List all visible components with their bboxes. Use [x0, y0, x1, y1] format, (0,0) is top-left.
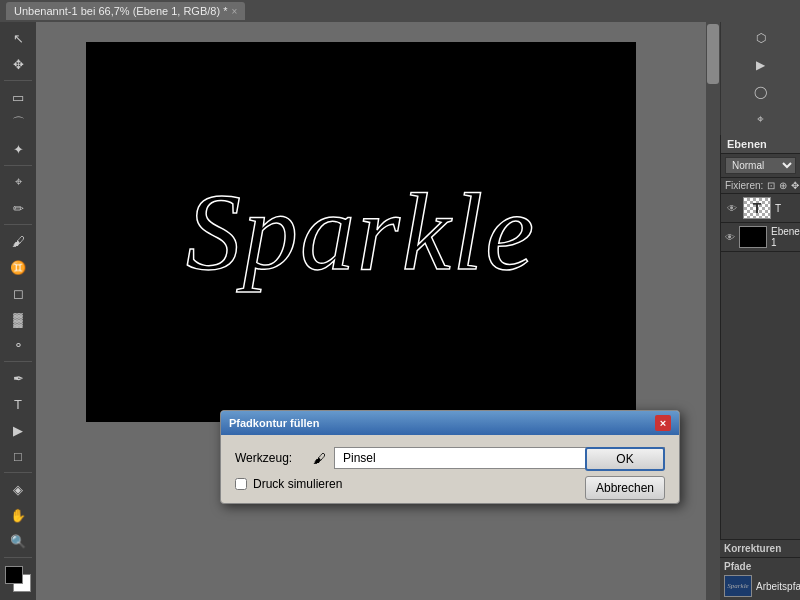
layer-thumb-text: T	[743, 197, 771, 219]
path-thumb-text: Sparkle	[727, 582, 748, 590]
tool-pen[interactable]: ✒	[6, 366, 30, 390]
dialog-titlebar: Pfadkontur füllen ×	[221, 411, 679, 435]
top-bar: Unbenannt-1 bei 66,7% (Ebene 1, RGB/8) *…	[0, 0, 800, 22]
tool-path-select[interactable]: ▶	[6, 418, 30, 442]
layer-item-ebene1[interactable]: 👁 Ebene 1	[721, 223, 800, 252]
druck-checkbox[interactable]	[235, 478, 247, 490]
layer-thumb-ebene1	[739, 226, 767, 248]
tab-label: Unbenannt-1 bei 66,7% (Ebene 1, RGB/8) *	[14, 5, 227, 17]
tool-eyedropper[interactable]: ✏	[6, 196, 30, 220]
werkzeug-label: Werkzeug:	[235, 451, 305, 465]
druck-label: Druck simulieren	[253, 477, 342, 491]
tool-dodge[interactable]: ⚬	[6, 333, 30, 357]
ok-button[interactable]: OK	[585, 447, 665, 471]
path-label: Arbeitspfad	[756, 581, 800, 592]
fixieren-label: Fixieren:	[725, 180, 763, 191]
path-thumb: Sparkle	[724, 575, 752, 597]
left-toolbar: ↖ ✥ ▭ ⌒ ✦ ⌖ ✏ 🖌 ♊ ◻ ▓ ⚬ ✒ T ▶ □ ◈ ✋ 🔍	[0, 22, 36, 600]
werkzeug-icon: 🖌	[313, 451, 326, 466]
right-tool-2[interactable]: ▶	[749, 53, 773, 77]
sparkle-text-display: Sparkle	[186, 169, 536, 296]
path-item-arbeitspfad[interactable]: Sparkle Arbeitspfad	[724, 575, 796, 597]
tool-move[interactable]: ✥	[6, 52, 30, 76]
layer-item-text[interactable]: 👁 T T	[721, 194, 800, 223]
tool-hand[interactable]: ✋	[6, 503, 30, 527]
right-panel: ⬡ ▶ ◯ ⌖ Ebenen Normal Fixieren: ⊡ ⊕ ✥	[720, 22, 800, 600]
layer-eye-icon-2[interactable]: 👁	[725, 230, 735, 244]
abbrechen-button[interactable]: Abbrechen	[585, 476, 665, 500]
tool-marquee[interactable]: ▭	[6, 85, 30, 109]
tool-arrow[interactable]: ↖	[6, 26, 30, 50]
layers-title: Ebenen	[727, 138, 767, 150]
tool-clone[interactable]: ♊	[6, 255, 30, 279]
layer-name-text: T	[775, 203, 796, 214]
color-boxes[interactable]	[5, 566, 31, 592]
tool-crop[interactable]: ⌖	[6, 170, 30, 194]
paths-section: Pfade Sparkle Arbeitspfad	[720, 557, 800, 600]
right-top-toolbar: ⬡ ▶ ◯ ⌖	[720, 22, 800, 135]
tool-eraser[interactable]: ◻	[6, 281, 30, 305]
fixieren-icon-1[interactable]: ⊡	[767, 180, 775, 191]
canvas-area: Sparkle	[36, 22, 720, 600]
canvas-scrollbar[interactable]	[706, 22, 720, 600]
tool-shape[interactable]: □	[6, 444, 30, 468]
tool-separator-3	[4, 224, 33, 225]
right-tool-4[interactable]: ⌖	[749, 107, 773, 131]
paths-label: Pfade	[724, 561, 796, 572]
right-tool-3[interactable]: ◯	[749, 80, 773, 104]
blend-mode-select[interactable]: Normal	[725, 157, 796, 174]
right-tool-1[interactable]: ⬡	[749, 26, 773, 50]
tool-gradient[interactable]: ▓	[6, 307, 30, 331]
fixieren-row: Fixieren: ⊡ ⊕ ✥	[721, 178, 800, 194]
fixieren-icon-2[interactable]: ⊕	[779, 180, 787, 191]
foreground-color-box[interactable]	[5, 566, 23, 584]
dialog-close-button[interactable]: ×	[655, 415, 671, 431]
tool-separator-5	[4, 472, 33, 473]
tool-separator-1	[4, 80, 33, 81]
layer-name-ebene1: Ebene 1	[771, 226, 800, 248]
layers-panel: Ebenen Normal Fixieren: ⊡ ⊕ ✥ 👁 T T	[720, 135, 800, 539]
tool-lasso[interactable]: ⌒	[6, 111, 30, 135]
dialog-title: Pfadkontur füllen	[229, 417, 319, 429]
fixieren-icon-3[interactable]: ✥	[791, 180, 799, 191]
tool-3d[interactable]: ◈	[6, 477, 30, 501]
tool-magic-wand[interactable]: ✦	[6, 137, 30, 161]
document-tab[interactable]: Unbenannt-1 bei 66,7% (Ebene 1, RGB/8) *…	[6, 2, 245, 20]
tool-separator-4	[4, 361, 33, 362]
tool-separator-6	[4, 557, 33, 558]
dialog-buttons: OK Abbrechen	[585, 447, 665, 500]
tool-zoom[interactable]: 🔍	[6, 529, 30, 553]
blend-mode-row: Normal	[721, 154, 800, 178]
photoshop-canvas: Sparkle	[86, 42, 636, 422]
tab-close-icon[interactable]: ×	[231, 6, 237, 17]
canvas-scroll-thumb[interactable]	[707, 24, 719, 84]
corrections-section: Korrekturen	[720, 539, 800, 557]
tool-brush[interactable]: 🖌	[6, 229, 30, 253]
pfad-dialog[interactable]: Pfadkontur füllen × Werkzeug: 🖌 Pinsel S…	[220, 410, 680, 504]
tool-type[interactable]: T	[6, 392, 30, 416]
tool-separator-2	[4, 165, 33, 166]
layer-eye-icon[interactable]: 👁	[725, 201, 739, 215]
corrections-label: Korrekturen	[724, 543, 796, 554]
layers-header: Ebenen	[721, 135, 800, 154]
main-layout: ↖ ✥ ▭ ⌒ ✦ ⌖ ✏ 🖌 ♊ ◻ ▓ ⚬ ✒ T ▶ □ ◈ ✋ 🔍 Sp…	[0, 22, 800, 600]
